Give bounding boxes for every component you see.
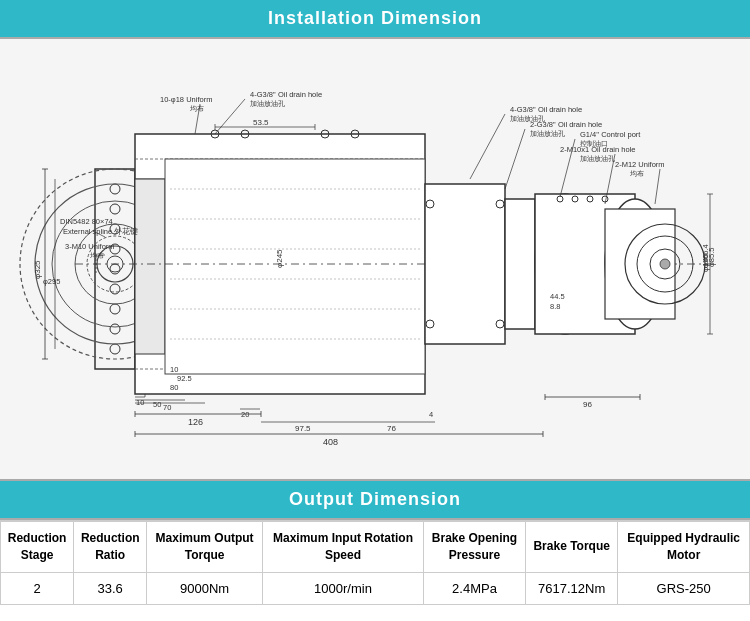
output-table-wrapper: ReductionStage ReductionRatio Maximum Ou… bbox=[0, 520, 750, 605]
svg-text:均布: 均布 bbox=[189, 105, 204, 112]
technical-drawing: φ325 φ295 4-G3/8'' Oil drain hole 加油放油孔 … bbox=[15, 49, 735, 469]
svg-text:44.5: 44.5 bbox=[550, 292, 565, 301]
col-brake-torque: Brake Torque bbox=[526, 522, 618, 573]
svg-text:3-M10 Uniform: 3-M10 Uniform bbox=[65, 242, 115, 251]
installation-title: Installation Dimension bbox=[268, 8, 482, 28]
installation-header: Installation Dimension bbox=[0, 0, 750, 39]
cell-reduction-ratio: 33.6 bbox=[74, 572, 147, 604]
svg-text:φ325: φ325 bbox=[33, 260, 42, 279]
svg-text:80: 80 bbox=[170, 383, 178, 392]
svg-text:均布: 均布 bbox=[629, 170, 644, 177]
svg-point-46 bbox=[660, 259, 670, 269]
svg-text:2-M10x1 Oil drain hole: 2-M10x1 Oil drain hole bbox=[560, 145, 635, 154]
svg-text:10: 10 bbox=[136, 398, 144, 407]
svg-text:76: 76 bbox=[387, 424, 396, 433]
svg-text:126: 126 bbox=[188, 417, 203, 427]
svg-text:4-G3/8'' Oil drain hole: 4-G3/8'' Oil drain hole bbox=[250, 90, 322, 99]
svg-text:φ245: φ245 bbox=[275, 249, 284, 268]
svg-text:均布: 均布 bbox=[89, 252, 104, 259]
svg-text:70: 70 bbox=[163, 403, 171, 412]
svg-rect-37 bbox=[425, 184, 505, 344]
svg-text:20: 20 bbox=[241, 410, 249, 419]
svg-text:G1/4'' Control port: G1/4'' Control port bbox=[580, 130, 641, 139]
svg-text:10-φ18 Uniform: 10-φ18 Uniform bbox=[160, 95, 212, 104]
svg-text:加油放油孔: 加油放油孔 bbox=[580, 155, 615, 163]
svg-text:96: 96 bbox=[583, 400, 592, 409]
svg-rect-28 bbox=[135, 179, 165, 354]
cell-max-output-torque: 9000Nm bbox=[147, 572, 263, 604]
output-header: Output Dimension bbox=[0, 481, 750, 520]
svg-text:4: 4 bbox=[429, 410, 433, 419]
output-title: Output Dimension bbox=[289, 489, 461, 509]
svg-text:2-G3/8'' Oil drain hole: 2-G3/8'' Oil drain hole bbox=[530, 120, 602, 129]
svg-text:φ295: φ295 bbox=[43, 277, 60, 286]
svg-text:2-M12 Uniform: 2-M12 Uniform bbox=[615, 160, 665, 169]
col-reduction-stage: ReductionStage bbox=[1, 522, 74, 573]
svg-text:53.5: 53.5 bbox=[253, 118, 269, 127]
table-header-row: ReductionStage ReductionRatio Maximum Ou… bbox=[1, 522, 750, 573]
svg-text:408: 408 bbox=[323, 437, 338, 447]
cell-brake-torque: 7617.12Nm bbox=[526, 572, 618, 604]
col-max-input-speed: Maximum Input RotationSpeed bbox=[262, 522, 423, 573]
table-row: 2 33.6 9000Nm 1000r/min 2.4MPa 7617.12Nm… bbox=[1, 572, 750, 604]
svg-text:加油放油孔: 加油放油孔 bbox=[530, 130, 565, 138]
svg-rect-38 bbox=[505, 199, 535, 329]
cell-brake-opening-pressure: 2.4MPa bbox=[424, 572, 526, 604]
svg-text:92.5: 92.5 bbox=[177, 374, 192, 383]
svg-text:50: 50 bbox=[153, 400, 161, 409]
cell-hydraulic-motor: GRS-250 bbox=[618, 572, 750, 604]
col-brake-opening-pressure: Brake OpeningPressure bbox=[424, 522, 526, 573]
cell-max-input-rotation-speed: 1000r/min bbox=[262, 572, 423, 604]
svg-rect-29 bbox=[165, 159, 425, 374]
svg-text:10: 10 bbox=[170, 365, 178, 374]
output-table: ReductionStage ReductionRatio Maximum Ou… bbox=[0, 521, 750, 605]
cell-reduction-stage: 2 bbox=[1, 572, 74, 604]
col-hydraulic-motor: Equipped HydraulicMotor bbox=[618, 522, 750, 573]
col-reduction-ratio: ReductionRatio bbox=[74, 522, 147, 573]
svg-text:4-G3/8'' Oil drain hole: 4-G3/8'' Oil drain hole bbox=[510, 105, 582, 114]
svg-text:DIN5482 80×74: DIN5482 80×74 bbox=[60, 217, 113, 226]
diagram-area: φ325 φ295 4-G3/8'' Oil drain hole 加油放油孔 … bbox=[0, 39, 750, 481]
svg-text:97.5: 97.5 bbox=[295, 424, 311, 433]
svg-text:8.8: 8.8 bbox=[550, 302, 560, 311]
col-max-output-torque: Maximum OutputTorque bbox=[147, 522, 263, 573]
svg-text:φ85.5: φ85.5 bbox=[707, 248, 716, 267]
svg-text:加油放油孔: 加油放油孔 bbox=[250, 100, 285, 108]
